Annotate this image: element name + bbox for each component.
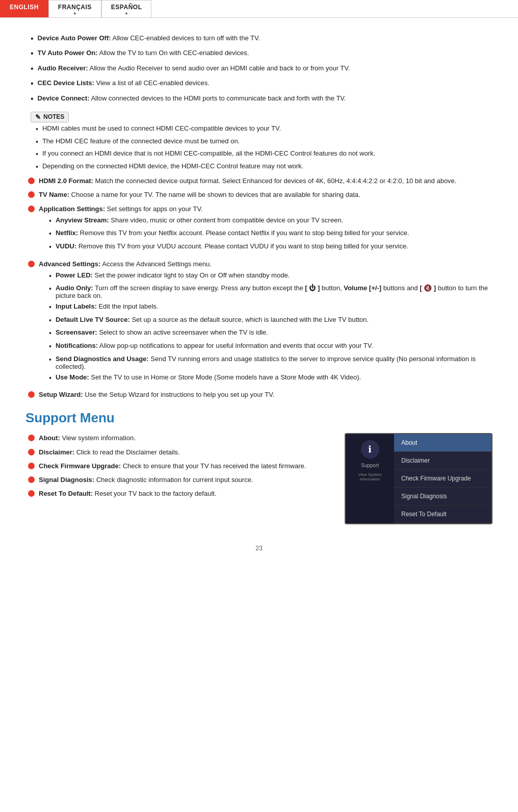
main-content: Device Auto Power Off: Allow CEC-enabled… — [0, 18, 518, 582]
lang-english-label: ENGLISH — [10, 4, 39, 11]
circle-item-tvname: TV Name: Choose a name for your TV. The … — [25, 190, 493, 200]
sub-list-item: Audio Only: Turn off the screen display … — [49, 284, 493, 299]
main-bullet-list: Device Auto Power Off: Allow CEC-enabled… — [25, 33, 493, 105]
sub-list-item: Input Labels: Edit the input labels. — [49, 302, 493, 313]
bullet-cec-device-lists: CEC Device Lists: View a list of all CEC… — [38, 78, 210, 88]
circle-item-appsettings: Application Settings: Set settings for a… — [25, 204, 493, 256]
circle-item-text: Setup Wizard: Use the Setup Wizard for i… — [39, 390, 274, 400]
circle-item-text: TV Name: Choose a name for your TV. The … — [39, 190, 360, 200]
circle-bullet-icon — [28, 191, 35, 198]
notes-list: HDMI cables must be used to connect HDMI… — [36, 124, 493, 172]
sub-list-item: Anyview Stream: Share video, music or ot… — [49, 216, 409, 226]
bullet-audio-receiver: Audio Receiver: Allow the Audio Receiver… — [38, 63, 350, 73]
page-number: 23 — [25, 545, 493, 552]
lang-tab-english[interactable]: ENGLISH — [0, 0, 48, 17]
sub-list-item: Send Diagnostics and Usage: Send TV runn… — [49, 355, 493, 370]
sub-list-item: Use Mode: Set the TV to use in Home or S… — [49, 373, 493, 384]
language-tabs: ENGLISH FRANÇAIS ▲ ESPAÑOL ▲ — [0, 0, 518, 18]
circle-item-about: About: View system information. — [25, 433, 334, 443]
tv-menu-sidebar: ℹ Support View System information — [346, 434, 394, 523]
circle-item-content: Advanced Settings: Access the Advanced S… — [39, 259, 493, 387]
tv-menu-item-disclaimer[interactable]: Disclaimer — [394, 452, 491, 470]
notes-icon: ✎ — [35, 113, 41, 121]
circle-bullet-icon — [28, 476, 35, 483]
note-item: The HDMI CEC feature of the connected de… — [36, 137, 493, 147]
circle-item-setup: Setup Wizard: Use the Setup Wizard for i… — [25, 390, 493, 400]
bullet-device-connect: Device Connect: Allow connected devices … — [38, 93, 346, 104]
tv-menu-item-firmware[interactable]: Check Firmware Upgrade — [394, 470, 491, 488]
lang-tab-espanol[interactable]: ESPAÑOL ▲ — [101, 0, 152, 17]
support-menu-section: Support Menu About: View system informat… — [25, 410, 493, 524]
lang-espanol-label: ESPAÑOL — [111, 4, 142, 11]
lang-francais-label: FRANÇAIS — [58, 4, 92, 11]
sub-list-advanced: Power LED: Set the power indicator light… — [49, 271, 493, 384]
tv-menu-support-icon: ℹ — [361, 440, 379, 459]
circle-bullet-icon — [28, 463, 35, 469]
bullet-bold: TV Auto Power On: — [38, 49, 98, 57]
circle-item-advanced: Advanced Settings: Access the Advanced S… — [25, 259, 493, 387]
tv-menu-inner: ℹ Support View System information About … — [346, 434, 491, 523]
tv-menu-sidebar-label: Support — [361, 463, 379, 468]
support-layout: About: View system information. Disclaim… — [25, 433, 493, 524]
sub-list-item: Power LED: Set the power indicator light… — [49, 271, 493, 282]
lang-tab-francais[interactable]: FRANÇAIS ▲ — [48, 0, 101, 17]
circle-bullet-icon — [28, 391, 35, 398]
tv-menu-item-reset[interactable]: Reset To Default — [394, 505, 491, 523]
tv-menu-screenshot: ℹ Support View System information About … — [345, 433, 493, 524]
tv-menu-item-about[interactable]: About — [394, 434, 491, 452]
circle-bullet-icon — [28, 435, 35, 441]
francais-arrow: ▲ — [58, 11, 92, 15]
note-item: Depending on the connected HDMI device, … — [36, 162, 493, 172]
circle-item-hdmi: HDMI 2.0 Format: Match the connected dev… — [25, 176, 493, 186]
bullet-bold: CEC Device Lists: — [38, 79, 94, 87]
bullet-bold: Device Connect: — [38, 94, 90, 102]
sub-list-appsettings: Anyview Stream: Share video, music or ot… — [49, 216, 409, 252]
bullet-bold: Audio Receiver: — [38, 64, 88, 72]
bullet-tv-auto-power-on: TV Auto Power On: Allow the TV to turn O… — [38, 48, 249, 58]
tv-menu-sidebar-sublabel: View System information — [349, 472, 391, 481]
bullet-bold: Device Auto Power Off: — [38, 34, 111, 42]
tv-menu-items-list: About Disclaimer Check Firmware Upgrade … — [394, 434, 491, 523]
list-item: Device Connect: Allow connected devices … — [25, 93, 493, 105]
note-item: If you connect an HDMI device that is no… — [36, 149, 493, 160]
list-item: Audio Receiver: Allow the Audio Receiver… — [25, 63, 493, 74]
sub-list-item: Netflix: Remove this TV from your Netfli… — [49, 229, 409, 239]
circle-bullet-icon — [28, 177, 35, 184]
espanol-arrow: ▲ — [111, 11, 142, 15]
sub-list-item: Screensaver: Select to show an active sc… — [49, 328, 493, 339]
circle-bullet-icon — [28, 490, 35, 497]
note-item: HDMI cables must be used to connect HDMI… — [36, 124, 493, 135]
bullet-device-auto-power-off: Device Auto Power Off: Allow CEC-enabled… — [38, 33, 260, 43]
circle-item-signal: Signal Diagnosis: Check diagnostic infor… — [25, 475, 334, 485]
circle-item-disclaimer: Disclaimer: Click to read the Disclaimer… — [25, 447, 334, 458]
circle-item-text: HDMI 2.0 Format: Match the connected dev… — [39, 176, 456, 186]
circle-item-reset: Reset To Default: Reset your TV back to … — [25, 489, 334, 499]
sub-list-item: Notifications: Allow pop-up notification… — [49, 342, 493, 352]
list-item: CEC Device Lists: View a list of all CEC… — [25, 78, 493, 89]
circle-item-content: Application Settings: Set settings for a… — [39, 204, 409, 256]
list-item: TV Auto Power On: Allow the TV to turn O… — [25, 48, 493, 59]
sub-list-item: Default Live TV Source: Set up a source … — [49, 316, 493, 326]
circle-bullet-icon — [28, 206, 35, 212]
circle-item-firmware: Check Firmware Upgrade: Check to ensure … — [25, 461, 334, 471]
sub-list-item: VUDU: Remove this TV from your VUDU acco… — [49, 242, 409, 252]
notes-label: NOTES — [43, 113, 64, 120]
circle-bullet-icon — [28, 449, 35, 455]
notes-box: ✎ NOTES — [31, 112, 69, 122]
circle-bullet-icon — [28, 261, 35, 267]
tv-menu-item-signal[interactable]: Signal Diagnosis — [394, 488, 491, 505]
list-item: Device Auto Power Off: Allow CEC-enabled… — [25, 33, 493, 44]
support-text-column: About: View system information. Disclaim… — [25, 433, 334, 502]
support-menu-title: Support Menu — [25, 410, 493, 426]
